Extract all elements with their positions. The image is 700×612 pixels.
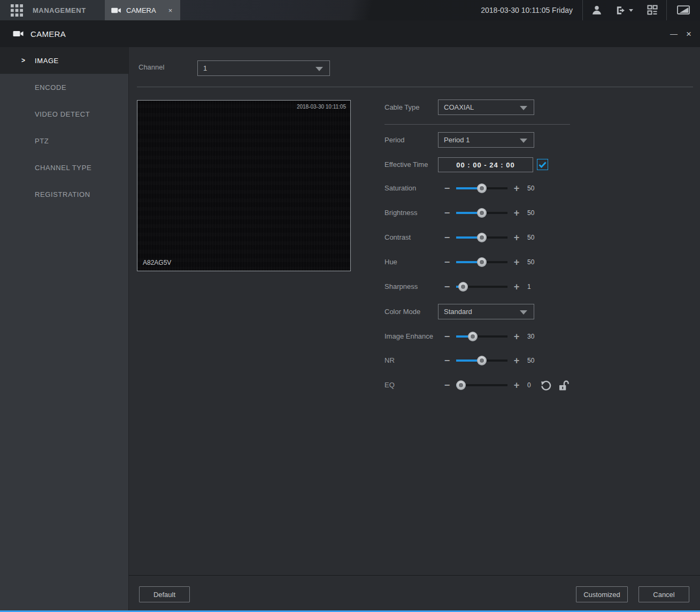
slider-thumb[interactable] [456, 380, 466, 390]
sidebar-item-label: PTZ [35, 137, 49, 145]
eq-slider[interactable] [456, 377, 507, 393]
section-divider [384, 124, 570, 125]
brightness-value: 50 [527, 205, 534, 221]
cable-type-select[interactable]: COAXIAL [438, 100, 534, 115]
decrease-button[interactable]: − [441, 205, 453, 221]
decrease-button[interactable]: − [441, 180, 453, 196]
reset-icon[interactable] [539, 379, 552, 393]
qr-code-icon[interactable] [639, 0, 666, 20]
hue-slider[interactable] [456, 254, 507, 270]
decrease-button[interactable]: − [441, 230, 453, 246]
brightness-slider[interactable] [456, 205, 507, 221]
increase-button[interactable]: + [511, 205, 522, 221]
color-mode-row: Color Mode Standard [384, 304, 609, 320]
close-icon[interactable]: × [686, 29, 691, 39]
sidebar-item-ptz[interactable]: PTZ [0, 127, 128, 154]
brightness-row: Brightness − + 50 [384, 205, 609, 221]
tab-camera[interactable]: CAMERA × [105, 0, 180, 20]
color-mode-select[interactable]: Standard [438, 304, 534, 319]
chevron-down-icon [316, 67, 323, 71]
slider-thumb[interactable] [458, 282, 468, 292]
system-datetime: 2018-03-30 10:11:05 Friday [481, 6, 573, 14]
effective-time-input[interactable]: 00 : 00 - 24 : 00 [438, 157, 533, 172]
nr-slider[interactable] [456, 353, 507, 369]
contrast-slider[interactable] [456, 230, 507, 246]
slider-thumb[interactable] [468, 332, 478, 341]
eq-value: 0 [527, 377, 531, 393]
hue-row: Hue − + 50 [384, 254, 609, 270]
chevron-down-icon [520, 139, 527, 143]
saturation-slider[interactable] [456, 180, 507, 196]
contrast-row: Contrast − + 50 [384, 230, 609, 246]
hue-value: 50 [527, 254, 534, 270]
settings-sidebar: > IMAGE ENCODE VIDEO DETECT PTZ CHANNEL … [0, 47, 128, 612]
color-mode-value: Standard [444, 308, 472, 316]
tab-management[interactable]: MANAGEMENT [0, 0, 105, 20]
slider-thumb[interactable] [477, 257, 487, 267]
default-button[interactable]: Default [139, 586, 190, 602]
user-icon[interactable] [583, 0, 611, 20]
cancel-button[interactable]: Cancel [639, 586, 689, 602]
logout-caret-down-icon[interactable] [629, 9, 633, 12]
preview-timestamp: 2018-03-30 10:11:05 [297, 104, 346, 110]
logout-icon[interactable] [611, 0, 639, 20]
effective-time-row: Effective Time 00 : 00 - 24 : 00 [384, 157, 609, 173]
slider-thumb[interactable] [477, 233, 487, 242]
channel-label: Channel [139, 63, 164, 71]
video-preview[interactable]: 2018-03-30 10:11:05 A82AG5V [137, 100, 351, 271]
minimize-icon[interactable]: — [670, 30, 678, 37]
sidebar-item-label: REGISTRATION [35, 190, 90, 198]
channel-select[interactable]: 1 [197, 60, 330, 76]
increase-button[interactable]: + [511, 377, 522, 393]
increase-button[interactable]: + [511, 254, 522, 270]
decrease-button[interactable]: − [441, 279, 453, 295]
customized-button[interactable]: Customized [576, 586, 628, 602]
sidebar-item-label: VIDEO DETECT [35, 110, 90, 118]
unlock-icon[interactable] [557, 379, 571, 393]
window-title: CAMERA [30, 29, 66, 39]
sidebar-item-label: IMAGE [35, 57, 59, 65]
slider-thumb[interactable] [477, 183, 487, 193]
hue-label: Hue [384, 254, 397, 270]
slider-thumb[interactable] [477, 208, 487, 218]
nr-label: NR [384, 353, 395, 369]
period-select[interactable]: Period 1 [438, 132, 534, 148]
image-enhance-slider[interactable] [456, 328, 507, 345]
sidebar-item-channel-type[interactable]: CHANNEL TYPE [0, 154, 128, 181]
chevron-down-icon [520, 310, 527, 315]
effective-time-label: Effective Time [384, 157, 428, 173]
sidebar-item-image[interactable]: > IMAGE [0, 47, 128, 74]
increase-button[interactable]: + [511, 180, 522, 196]
eq-row: EQ − + 0 [384, 377, 609, 393]
contrast-value: 50 [527, 230, 534, 246]
decrease-button[interactable]: − [441, 353, 453, 369]
decrease-button[interactable]: − [441, 328, 453, 345]
slider-thumb[interactable] [477, 356, 487, 365]
effective-time-checkbox[interactable] [537, 159, 548, 170]
sidebar-item-registration[interactable]: REGISTRATION [0, 181, 128, 208]
display-icon[interactable] [667, 0, 700, 20]
tab-close-icon[interactable]: × [168, 6, 173, 14]
cable-type-row: Cable Type COAXIAL [384, 100, 609, 116]
preview-camera-name: A82AG5V [143, 259, 171, 266]
sidebar-item-encode[interactable]: ENCODE [0, 74, 128, 101]
sharpness-slider[interactable] [456, 279, 507, 295]
checkmark-icon [539, 162, 547, 168]
increase-button[interactable]: + [511, 328, 522, 345]
tab-camera-label: CAMERA [126, 6, 156, 14]
image-enhance-row: Image Enhance − + 30 [384, 328, 609, 345]
period-row: Period Period 1 [384, 132, 609, 148]
sidebar-item-label: ENCODE [35, 83, 66, 91]
increase-button[interactable]: + [511, 230, 522, 246]
sidebar-item-video-detect[interactable]: VIDEO DETECT [0, 101, 128, 127]
increase-button[interactable]: + [511, 353, 522, 369]
saturation-value: 50 [527, 180, 534, 196]
saturation-row: Saturation − + 50 [384, 180, 609, 196]
image-settings-panel: Channel 1 2018-03-30 10:11:05 A82AG5V Ca… [128, 47, 700, 612]
app-grid-icon[interactable] [11, 4, 23, 17]
section-divider [137, 87, 693, 87]
decrease-button[interactable]: − [441, 254, 453, 270]
decrease-button[interactable]: − [441, 377, 453, 393]
increase-button[interactable]: + [511, 279, 522, 295]
sharpness-value: 1 [527, 279, 531, 295]
